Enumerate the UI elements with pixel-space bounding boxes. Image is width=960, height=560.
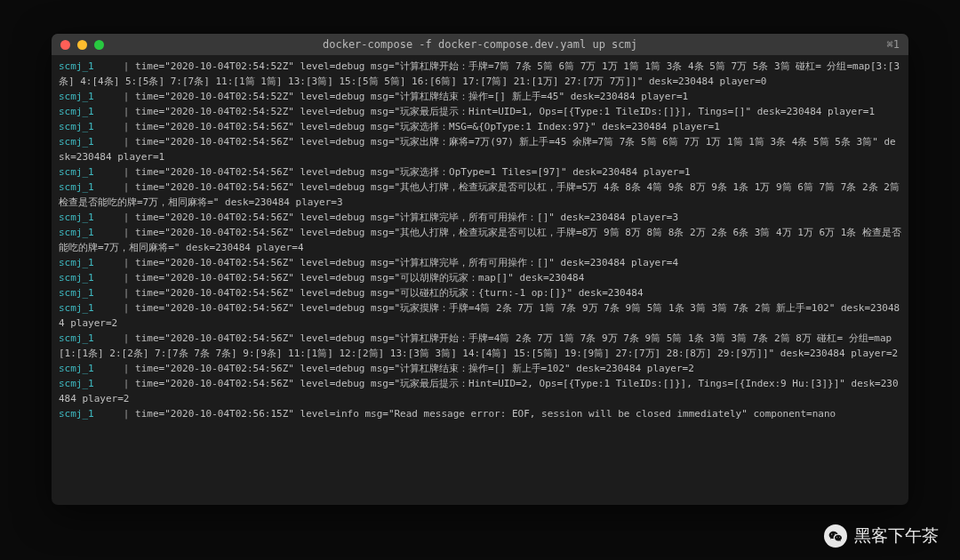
log-prefix: scmj_1 [59, 121, 94, 132]
log-prefix: scmj_1 [59, 287, 94, 299]
titlebar: docker-compose -f docker-compose.dev.yam… [52, 34, 908, 55]
log-separator: | [94, 332, 135, 344]
log-message: time="2020-10-04T02:54:56Z" level=debug … [59, 332, 898, 359]
log-line: scmj_1 | time="2020-10-04T02:54:56Z" lev… [59, 119, 901, 134]
watermark-text: 黑客下午茶 [854, 524, 939, 548]
log-separator: | [94, 378, 135, 389]
log-message: time="2020-10-04T02:54:52Z" level=debug … [135, 91, 688, 102]
log-line: scmj_1 | time="2020-10-04T02:56:15Z" lev… [59, 406, 901, 421]
log-line: scmj_1 | time="2020-10-04T02:54:56Z" lev… [59, 331, 901, 361]
log-separator: | [94, 60, 135, 72]
terminal-window: docker-compose -f docker-compose.dev.yam… [52, 34, 908, 505]
window-title: docker-compose -f docker-compose.dev.yam… [52, 38, 908, 51]
log-prefix: scmj_1 [59, 378, 94, 389]
traffic-lights [52, 40, 104, 50]
log-line: scmj_1 | time="2020-10-04T02:54:56Z" lev… [59, 180, 901, 210]
wechat-icon [824, 524, 847, 548]
log-line: scmj_1 | time="2020-10-04T02:54:56Z" lev… [59, 225, 901, 255]
log-message: time="2020-10-04T02:54:56Z" level=debug … [59, 227, 901, 253]
log-message: time="2020-10-04T02:54:56Z" level=debug … [59, 378, 899, 404]
log-message: time="2020-10-04T02:54:56Z" level=debug … [135, 287, 643, 299]
watermark: 黑客下午茶 [824, 524, 939, 548]
zoom-icon[interactable] [94, 40, 104, 50]
log-separator: | [94, 136, 135, 148]
close-icon[interactable] [60, 40, 70, 50]
log-line: scmj_1 | time="2020-10-04T02:54:56Z" lev… [59, 164, 901, 180]
log-prefix: scmj_1 [59, 302, 94, 314]
log-line: scmj_1 | time="2020-10-04T02:54:56Z" lev… [59, 134, 901, 164]
log-message: time="2020-10-04T02:54:56Z" level=debug … [59, 302, 900, 329]
log-prefix: scmj_1 [59, 408, 94, 420]
log-separator: | [94, 121, 135, 132]
log-prefix: scmj_1 [59, 91, 94, 102]
log-line: scmj_1 | time="2020-10-04T02:54:56Z" lev… [59, 361, 901, 376]
log-line: scmj_1 | time="2020-10-04T02:54:52Z" lev… [59, 104, 901, 119]
log-prefix: scmj_1 [59, 106, 94, 117]
log-prefix: scmj_1 [59, 227, 94, 238]
log-separator: | [94, 212, 135, 223]
log-prefix: scmj_1 [59, 181, 94, 193]
log-message: time="2020-10-04T02:54:56Z" level=debug … [135, 272, 584, 284]
log-line: scmj_1 | time="2020-10-04T02:54:56Z" lev… [59, 376, 901, 406]
log-line: scmj_1 | time="2020-10-04T02:54:52Z" lev… [59, 59, 901, 89]
log-message: time="2020-10-04T02:56:15Z" level=info m… [135, 408, 836, 420]
log-prefix: scmj_1 [59, 166, 94, 178]
minimize-icon[interactable] [77, 40, 87, 50]
log-line: scmj_1 | time="2020-10-04T02:54:56Z" lev… [59, 255, 901, 270]
log-prefix: scmj_1 [59, 60, 94, 72]
log-message: time="2020-10-04T02:54:56Z" level=debug … [135, 212, 678, 223]
log-separator: | [94, 181, 135, 193]
log-separator: | [94, 257, 135, 268]
log-separator: | [94, 408, 135, 420]
log-prefix: scmj_1 [59, 136, 94, 148]
log-message: time="2020-10-04T02:54:56Z" level=debug … [135, 121, 720, 132]
log-prefix: scmj_1 [59, 212, 94, 223]
log-message: time="2020-10-04T02:54:56Z" level=debug … [59, 181, 905, 208]
log-line: scmj_1 | time="2020-10-04T02:54:56Z" lev… [59, 210, 901, 225]
log-separator: | [94, 106, 135, 117]
log-message: time="2020-10-04T02:54:56Z" level=debug … [135, 257, 678, 268]
log-prefix: scmj_1 [59, 257, 94, 268]
log-separator: | [94, 287, 135, 299]
log-line: scmj_1 | time="2020-10-04T02:54:52Z" lev… [59, 89, 901, 104]
log-prefix: scmj_1 [59, 332, 94, 344]
log-separator: | [94, 91, 135, 102]
log-prefix: scmj_1 [59, 272, 94, 284]
log-prefix: scmj_1 [59, 363, 94, 374]
log-message: time="2020-10-04T02:54:56Z" level=debug … [135, 166, 691, 178]
window-shortcut: ⌘1 [887, 38, 900, 51]
log-message: time="2020-10-04T02:54:56Z" level=debug … [59, 136, 896, 163]
log-separator: | [94, 363, 135, 374]
log-separator: | [94, 166, 135, 178]
log-separator: | [94, 302, 135, 314]
log-line: scmj_1 | time="2020-10-04T02:54:56Z" lev… [59, 285, 901, 300]
log-message: time="2020-10-04T02:54:52Z" level=debug … [59, 60, 900, 87]
log-separator: | [94, 272, 135, 284]
terminal-output[interactable]: scmj_1 | time="2020-10-04T02:54:52Z" lev… [52, 55, 908, 505]
log-line: scmj_1 | time="2020-10-04T02:54:56Z" lev… [59, 270, 901, 285]
log-message: time="2020-10-04T02:54:56Z" level=debug … [135, 363, 694, 374]
log-separator: | [94, 227, 135, 238]
log-message: time="2020-10-04T02:54:52Z" level=debug … [135, 106, 875, 117]
log-line: scmj_1 | time="2020-10-04T02:54:56Z" lev… [59, 300, 901, 331]
